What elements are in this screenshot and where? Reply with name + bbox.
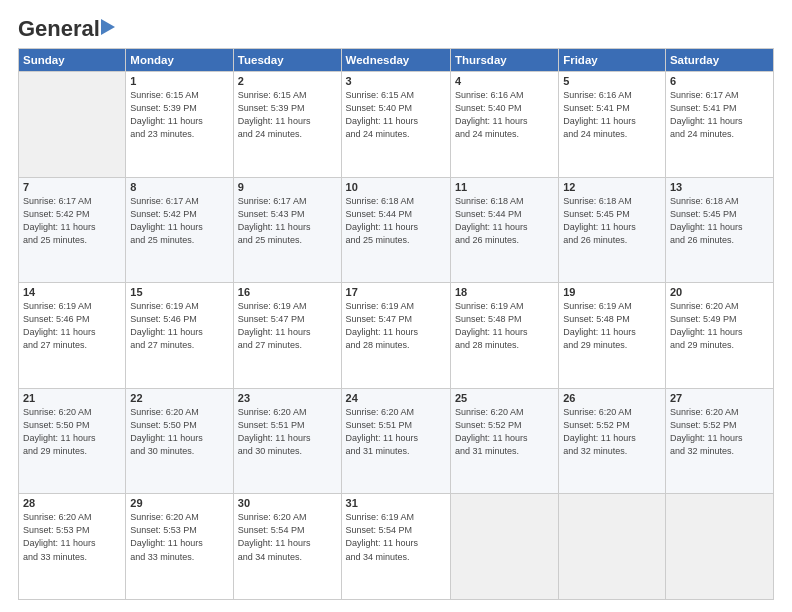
day-info: Sunrise: 6:17 AMSunset: 5:42 PMDaylight:… [23,195,121,247]
day-number: 28 [23,497,121,509]
calendar-cell: 11Sunrise: 6:18 AMSunset: 5:44 PMDayligh… [450,177,558,283]
day-number: 26 [563,392,661,404]
calendar-cell: 16Sunrise: 6:19 AMSunset: 5:47 PMDayligh… [233,283,341,389]
calendar-cell: 18Sunrise: 6:19 AMSunset: 5:48 PMDayligh… [450,283,558,389]
day-number: 8 [130,181,229,193]
day-number: 10 [346,181,446,193]
calendar-body: 1Sunrise: 6:15 AMSunset: 5:39 PMDaylight… [19,72,774,600]
day-number: 6 [670,75,769,87]
calendar-cell: 4Sunrise: 6:16 AMSunset: 5:40 PMDaylight… [450,72,558,178]
day-info: Sunrise: 6:20 AMSunset: 5:53 PMDaylight:… [23,511,121,563]
calendar-cell: 5Sunrise: 6:16 AMSunset: 5:41 PMDaylight… [559,72,666,178]
calendar-cell [450,494,558,600]
day-info: Sunrise: 6:15 AMSunset: 5:40 PMDaylight:… [346,89,446,141]
day-number: 2 [238,75,337,87]
day-info: Sunrise: 6:20 AMSunset: 5:50 PMDaylight:… [23,406,121,458]
day-number: 23 [238,392,337,404]
page: General SundayMondayTuesdayWednesdayThur… [0,0,792,612]
day-number: 19 [563,286,661,298]
day-info: Sunrise: 6:20 AMSunset: 5:50 PMDaylight:… [130,406,229,458]
day-info: Sunrise: 6:19 AMSunset: 5:48 PMDaylight:… [563,300,661,352]
calendar-cell: 19Sunrise: 6:19 AMSunset: 5:48 PMDayligh… [559,283,666,389]
day-number: 1 [130,75,229,87]
day-number: 25 [455,392,554,404]
calendar-week-5: 28Sunrise: 6:20 AMSunset: 5:53 PMDayligh… [19,494,774,600]
day-number: 27 [670,392,769,404]
calendar-header-thursday: Thursday [450,49,558,72]
calendar-week-1: 1Sunrise: 6:15 AMSunset: 5:39 PMDaylight… [19,72,774,178]
day-number: 30 [238,497,337,509]
day-info: Sunrise: 6:17 AMSunset: 5:43 PMDaylight:… [238,195,337,247]
day-info: Sunrise: 6:19 AMSunset: 5:47 PMDaylight:… [346,300,446,352]
calendar-cell: 24Sunrise: 6:20 AMSunset: 5:51 PMDayligh… [341,388,450,494]
calendar-cell: 10Sunrise: 6:18 AMSunset: 5:44 PMDayligh… [341,177,450,283]
day-info: Sunrise: 6:18 AMSunset: 5:45 PMDaylight:… [563,195,661,247]
day-info: Sunrise: 6:20 AMSunset: 5:53 PMDaylight:… [130,511,229,563]
day-info: Sunrise: 6:17 AMSunset: 5:41 PMDaylight:… [670,89,769,141]
day-info: Sunrise: 6:16 AMSunset: 5:41 PMDaylight:… [563,89,661,141]
calendar-cell: 3Sunrise: 6:15 AMSunset: 5:40 PMDaylight… [341,72,450,178]
day-info: Sunrise: 6:19 AMSunset: 5:46 PMDaylight:… [23,300,121,352]
calendar-cell: 12Sunrise: 6:18 AMSunset: 5:45 PMDayligh… [559,177,666,283]
calendar-week-3: 14Sunrise: 6:19 AMSunset: 5:46 PMDayligh… [19,283,774,389]
day-info: Sunrise: 6:19 AMSunset: 5:46 PMDaylight:… [130,300,229,352]
calendar-header-tuesday: Tuesday [233,49,341,72]
day-info: Sunrise: 6:20 AMSunset: 5:49 PMDaylight:… [670,300,769,352]
day-number: 18 [455,286,554,298]
day-info: Sunrise: 6:19 AMSunset: 5:54 PMDaylight:… [346,511,446,563]
day-number: 9 [238,181,337,193]
calendar-cell: 6Sunrise: 6:17 AMSunset: 5:41 PMDaylight… [665,72,773,178]
day-info: Sunrise: 6:20 AMSunset: 5:52 PMDaylight:… [563,406,661,458]
day-number: 15 [130,286,229,298]
calendar-cell: 28Sunrise: 6:20 AMSunset: 5:53 PMDayligh… [19,494,126,600]
day-number: 29 [130,497,229,509]
day-number: 13 [670,181,769,193]
day-number: 11 [455,181,554,193]
calendar-header-row: SundayMondayTuesdayWednesdayThursdayFrid… [19,49,774,72]
day-number: 31 [346,497,446,509]
calendar-cell: 13Sunrise: 6:18 AMSunset: 5:45 PMDayligh… [665,177,773,283]
calendar-cell: 15Sunrise: 6:19 AMSunset: 5:46 PMDayligh… [126,283,234,389]
calendar-cell: 25Sunrise: 6:20 AMSunset: 5:52 PMDayligh… [450,388,558,494]
calendar-week-2: 7Sunrise: 6:17 AMSunset: 5:42 PMDaylight… [19,177,774,283]
day-info: Sunrise: 6:17 AMSunset: 5:42 PMDaylight:… [130,195,229,247]
day-info: Sunrise: 6:18 AMSunset: 5:44 PMDaylight:… [455,195,554,247]
day-info: Sunrise: 6:20 AMSunset: 5:54 PMDaylight:… [238,511,337,563]
calendar-cell: 14Sunrise: 6:19 AMSunset: 5:46 PMDayligh… [19,283,126,389]
day-info: Sunrise: 6:20 AMSunset: 5:52 PMDaylight:… [670,406,769,458]
day-number: 4 [455,75,554,87]
calendar-week-4: 21Sunrise: 6:20 AMSunset: 5:50 PMDayligh… [19,388,774,494]
calendar-cell: 26Sunrise: 6:20 AMSunset: 5:52 PMDayligh… [559,388,666,494]
calendar-cell: 30Sunrise: 6:20 AMSunset: 5:54 PMDayligh… [233,494,341,600]
calendar-cell: 2Sunrise: 6:15 AMSunset: 5:39 PMDaylight… [233,72,341,178]
day-number: 7 [23,181,121,193]
calendar-cell: 27Sunrise: 6:20 AMSunset: 5:52 PMDayligh… [665,388,773,494]
logo-arrow-icon [101,17,123,37]
svg-marker-0 [101,19,115,35]
day-info: Sunrise: 6:20 AMSunset: 5:51 PMDaylight:… [238,406,337,458]
day-number: 14 [23,286,121,298]
calendar-cell: 7Sunrise: 6:17 AMSunset: 5:42 PMDaylight… [19,177,126,283]
day-number: 3 [346,75,446,87]
day-info: Sunrise: 6:19 AMSunset: 5:48 PMDaylight:… [455,300,554,352]
day-number: 21 [23,392,121,404]
day-info: Sunrise: 6:15 AMSunset: 5:39 PMDaylight:… [130,89,229,141]
calendar-header-sunday: Sunday [19,49,126,72]
day-number: 24 [346,392,446,404]
day-number: 16 [238,286,337,298]
calendar-cell [559,494,666,600]
calendar-cell: 31Sunrise: 6:19 AMSunset: 5:54 PMDayligh… [341,494,450,600]
day-number: 12 [563,181,661,193]
calendar-header-friday: Friday [559,49,666,72]
calendar-cell: 20Sunrise: 6:20 AMSunset: 5:49 PMDayligh… [665,283,773,389]
calendar-cell: 17Sunrise: 6:19 AMSunset: 5:47 PMDayligh… [341,283,450,389]
day-number: 5 [563,75,661,87]
calendar-cell: 1Sunrise: 6:15 AMSunset: 5:39 PMDaylight… [126,72,234,178]
calendar-cell: 9Sunrise: 6:17 AMSunset: 5:43 PMDaylight… [233,177,341,283]
day-number: 17 [346,286,446,298]
logo-general: General [18,16,100,42]
day-info: Sunrise: 6:18 AMSunset: 5:45 PMDaylight:… [670,195,769,247]
day-number: 20 [670,286,769,298]
day-info: Sunrise: 6:18 AMSunset: 5:44 PMDaylight:… [346,195,446,247]
calendar-cell: 29Sunrise: 6:20 AMSunset: 5:53 PMDayligh… [126,494,234,600]
